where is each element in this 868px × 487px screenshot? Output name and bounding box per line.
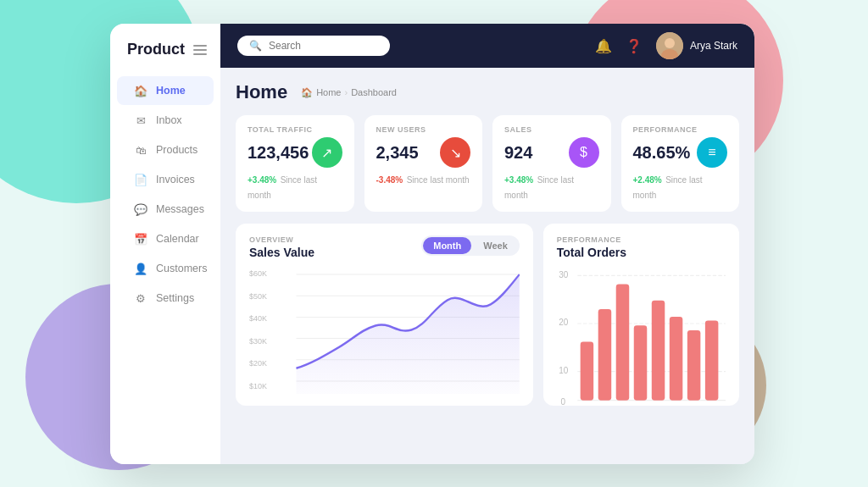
orders-chart-card: PERFORMANCE Total Orders 30 20 10 0 <box>543 224 739 406</box>
nav-label-home: Home <box>156 85 186 97</box>
stat-icon-2: $ <box>569 137 599 168</box>
nav-menu: 🏠 Home ✉ Inbox 🛍 Products 📄 Invoices 💬 M… <box>110 75 220 313</box>
stat-icon-3: ≡ <box>697 137 727 168</box>
stat-value-1: 2,345 <box>376 143 419 163</box>
stat-change-text-1: Since last month <box>407 175 470 185</box>
sales-chart-header: OVERVIEW Sales Value Month Week <box>249 235 520 259</box>
toggle-month[interactable]: Month <box>423 237 471 254</box>
svg-text:20: 20 <box>559 318 568 327</box>
y-axis-labels: $60K $50K $40K $30K $20K $10K <box>249 266 267 394</box>
nav-item-messages[interactable]: 💬 Messages <box>117 195 214 224</box>
nav-item-invoices[interactable]: 📄 Invoices <box>117 165 214 194</box>
orders-chart-header: PERFORMANCE Total Orders <box>557 235 726 259</box>
svg-text:30: 30 <box>559 269 568 279</box>
main-content: 🔍 🔔 ❓ Arya Stark <box>220 24 754 464</box>
help-icon[interactable]: ❓ <box>626 38 643 54</box>
search-icon: 🔍 <box>249 40 262 52</box>
content-area: Home 🏠 Home › Dashboard TOTAL TRAFFIC 12… <box>220 68 754 464</box>
svg-text:0: 0 <box>560 397 565 407</box>
svg-point-1 <box>665 38 675 48</box>
nav-icon-invoices: 📄 <box>134 173 147 186</box>
bar-chart-svg-wrap: 30 20 10 0 <box>557 266 726 410</box>
nav-icon-settings: ⚙ <box>134 291 147 305</box>
nav-icon-customers: 👤 <box>134 262 147 275</box>
nav-label-customers: Customers <box>156 263 207 274</box>
page-title: Home <box>236 81 287 103</box>
stats-row: TOTAL TRAFFIC 123,456 ↗ +3.48% Since las… <box>236 115 739 212</box>
nav-item-settings[interactable]: ⚙ Settings <box>117 284 214 313</box>
avatar <box>656 32 683 59</box>
bar-chart-svg: 30 20 10 0 <box>557 266 726 410</box>
stat-value-2: 924 <box>504 143 532 163</box>
nav-label-products: Products <box>156 144 198 156</box>
nav-icon-calendar: 📅 <box>134 232 147 246</box>
nav-label-calendar: Calendar <box>156 233 199 245</box>
svg-rect-24 <box>705 321 718 401</box>
breadcrumb-home: Home <box>316 87 341 97</box>
stat-label-2: SALES <box>504 125 599 134</box>
stat-icon-0: ↗ <box>312 137 342 168</box>
svg-rect-22 <box>670 317 682 401</box>
toggle-week[interactable]: Week <box>473 237 518 254</box>
sales-chart-card: OVERVIEW Sales Value Month Week $60K $50… <box>236 224 533 406</box>
nav-item-home[interactable]: 🏠 Home <box>117 76 214 105</box>
sales-chart-overline: OVERVIEW <box>249 235 314 244</box>
sidebar: Product 🏠 Home ✉ Inbox 🛍 Products 📄 Invo… <box>110 24 220 464</box>
user-menu[interactable]: Arya Stark <box>656 32 737 59</box>
stat-label-0: TOTAL TRAFFIC <box>248 125 342 134</box>
stat-card-2: SALES 924 $ +3.48% Since last month <box>492 115 611 212</box>
nav-icon-inbox: ✉ <box>134 113 147 127</box>
nav-item-customers[interactable]: 👤 Customers <box>117 254 214 283</box>
stat-label-1: NEW USERS <box>376 125 471 134</box>
stat-change-0: +3.48% <box>248 175 276 185</box>
app-title: Product <box>127 41 185 58</box>
svg-rect-18 <box>598 309 610 401</box>
svg-rect-17 <box>580 342 593 401</box>
nav-icon-products: 🛍 <box>134 143 147 157</box>
stat-card-1: NEW USERS 2,345 ↘ -3.48% Since last mont… <box>364 115 483 212</box>
nav-label-invoices: Invoices <box>156 174 195 185</box>
sidebar-logo: Product <box>110 41 220 75</box>
stat-card-3: PERFORMANCE 48.65% ≡ +2.48% Since last m… <box>621 115 740 212</box>
stat-value-0: 123,456 <box>248 143 309 163</box>
line-chart-svg <box>249 266 520 394</box>
notification-icon[interactable]: 🔔 <box>595 38 612 54</box>
svg-rect-21 <box>652 301 665 401</box>
nav-label-settings: Settings <box>156 292 194 304</box>
svg-rect-19 <box>615 285 628 401</box>
charts-row: OVERVIEW Sales Value Month Week $60K $50… <box>236 224 739 406</box>
nav-item-products[interactable]: 🛍 Products <box>117 136 214 164</box>
topbar-icons: 🔔 ❓ Arya Stark <box>595 32 737 59</box>
nav-item-calendar[interactable]: 📅 Calendar <box>117 224 214 253</box>
nav-icon-home: 🏠 <box>134 84 147 97</box>
nav-label-inbox: Inbox <box>156 114 182 126</box>
stat-change-2: +3.48% <box>504 175 533 185</box>
nav-item-inbox[interactable]: ✉ Inbox <box>117 106 214 135</box>
svg-rect-20 <box>634 325 647 400</box>
stat-change-1: -3.48% <box>376 175 403 185</box>
svg-text:10: 10 <box>559 366 568 375</box>
user-name: Arya Stark <box>690 40 737 52</box>
topbar: 🔍 🔔 ❓ Arya Stark <box>220 24 754 68</box>
sales-chart-title: Sales Value <box>249 246 314 259</box>
search-input[interactable] <box>269 40 370 52</box>
chart-toggle: Month Week <box>421 235 520 256</box>
breadcrumb: 🏠 Home › Dashboard <box>301 87 397 98</box>
breadcrumb-home-icon: 🏠 <box>301 87 313 98</box>
nav-label-messages: Messages <box>156 203 204 215</box>
page-header: Home 🏠 Home › Dashboard <box>236 81 739 103</box>
hamburger-button[interactable] <box>193 45 207 55</box>
svg-rect-23 <box>687 330 700 401</box>
orders-chart-title: Total Orders <box>557 246 626 259</box>
orders-chart-overline: PERFORMANCE <box>557 235 626 244</box>
nav-icon-messages: 💬 <box>134 202 147 216</box>
search-box[interactable]: 🔍 <box>237 36 390 56</box>
stat-card-0: TOTAL TRAFFIC 123,456 ↗ +3.48% Since las… <box>236 115 354 212</box>
breadcrumb-current: Dashboard <box>351 87 397 97</box>
app-window: Product 🏠 Home ✉ Inbox 🛍 Products 📄 Invo… <box>110 24 754 464</box>
stat-change-3: +2.48% <box>633 175 662 185</box>
sales-chart-svg-wrap: $60K $50K $40K $30K $20K $10K <box>249 266 520 394</box>
stat-value-3: 48.65% <box>633 143 691 163</box>
stat-label-3: PERFORMANCE <box>633 125 728 134</box>
stat-icon-1: ↘ <box>440 137 470 168</box>
